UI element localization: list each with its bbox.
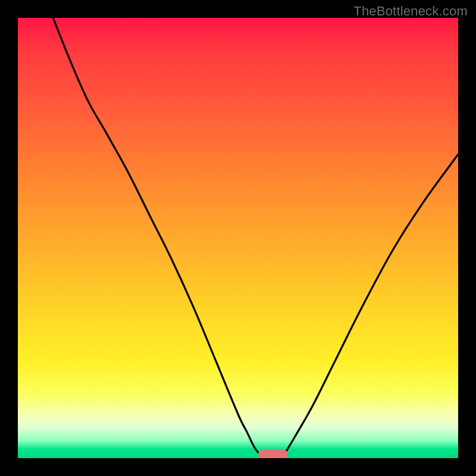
plot-area bbox=[18, 18, 458, 458]
bottleneck-marker bbox=[258, 450, 288, 458]
curve-layer bbox=[18, 18, 458, 458]
right-curve-path bbox=[282, 154, 458, 458]
chart-stage: TheBottleneck.com bbox=[0, 0, 476, 476]
watermark-text: TheBottleneck.com bbox=[353, 4, 468, 19]
left-curve-path bbox=[53, 18, 264, 458]
